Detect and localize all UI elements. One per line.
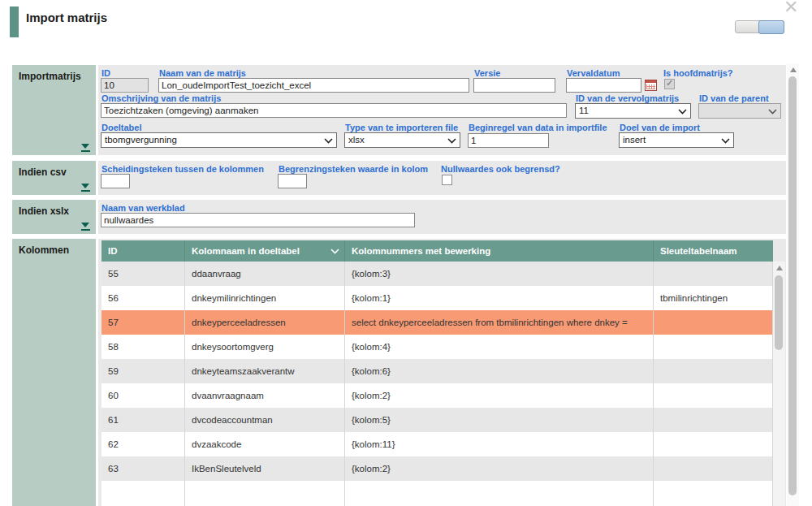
table-header: ID Kolomnaam in doeltabel Kolomnummers m… (102, 240, 773, 262)
kolommen-table-body: 55ddaanvraag{kolom:3}56dnkeymilinrichtin… (102, 262, 773, 506)
scrollbar-thumb[interactable] (788, 76, 797, 495)
table-cell: dnkeyperceeladressen (185, 310, 345, 335)
doel-select[interactable]: insert (619, 132, 734, 148)
vervolgmatrijs-select[interactable]: 11 (575, 103, 691, 119)
collapse-icon[interactable] (81, 184, 90, 192)
table-cell: {kolom:4} (345, 335, 654, 359)
page-title: Import matrijs (26, 11, 107, 24)
nullwaardes-label: Nullwaardes ook begrensd? (441, 164, 560, 174)
omschrijving-label: Omschrijving van de matrijs (102, 93, 221, 103)
werkblad-label: Naam van werkblad (102, 203, 185, 213)
omschrijving-field[interactable] (101, 103, 567, 118)
import-matrijs-window: Import matrijs ✕ Importmatrijs ID Naam v… (0, 0, 812, 506)
table-row[interactable]: 58dnkeysoortomgverg{kolom:4} (102, 335, 773, 359)
doeltabel-select[interactable]: tbomgvergunning (101, 132, 337, 148)
section-title-indien-csv: Indien csv (19, 167, 67, 178)
section-title-importmatrijs: Importmatrijs (19, 71, 81, 82)
select-value: tbomgvergunning (105, 135, 177, 145)
table-row[interactable]: 57dnkeyperceeladressenselect dnkeypercee… (102, 310, 773, 335)
scroll-up-icon[interactable] (776, 266, 783, 270)
table-cell (102, 481, 185, 506)
vervolgmatrijs-label: ID van de vervolgmatrijs (576, 93, 679, 103)
table-row[interactable]: 62dvzaakcode{kolom:11} (102, 432, 773, 456)
naam-field[interactable] (158, 78, 469, 93)
table-cell (654, 408, 773, 432)
calendar-icon[interactable] (645, 80, 657, 91)
table-cell: 55 (102, 262, 185, 286)
table-cell: 62 (102, 432, 185, 456)
naam-label: Naam van de matrijs (159, 68, 246, 78)
table-cell (185, 481, 345, 506)
col-header-sleuteltabelnaam[interactable]: Sleuteltabelnaam (654, 240, 773, 262)
collapse-icon[interactable] (81, 223, 90, 231)
toggle-switch[interactable] (735, 20, 784, 33)
table-cell: dnkeyteamszaakverantw (185, 359, 345, 383)
table-cell: 63 (102, 456, 185, 481)
table-cell: 61 (102, 408, 185, 432)
table-cell (654, 335, 773, 359)
id-label: ID (102, 68, 110, 78)
table-cell (654, 456, 773, 481)
vervaldatum-label: Vervaldatum (567, 68, 620, 78)
panel-scrollbar[interactable] (787, 63, 799, 506)
chevron-down-icon (324, 138, 333, 144)
filetype-select[interactable]: xlsx (344, 132, 460, 148)
col-header-kolomnaam[interactable]: Kolomnaam in doeltabel (185, 240, 345, 262)
table-cell (654, 359, 773, 383)
collapse-icon[interactable] (81, 144, 90, 152)
table-cell (654, 481, 773, 506)
scrollbar-thumb[interactable] (775, 275, 783, 350)
section-label-indien-xslx: Indien xslx (12, 200, 96, 234)
begrenzingsteken-field[interactable] (278, 174, 307, 188)
table-cell: 58 (102, 335, 185, 359)
col-header-label: Kolomnaam in doeltabel (192, 240, 300, 262)
parent-select (698, 103, 781, 119)
scheidingsteken-field[interactable] (101, 174, 130, 188)
table-row[interactable]: 61dvcodeaccountman{kolom:5} (102, 408, 773, 432)
title-accent-bar (10, 6, 19, 37)
col-header-id[interactable]: ID (102, 240, 185, 262)
table-cell: {kolom:5} (345, 408, 654, 432)
scroll-up-icon[interactable] (790, 67, 797, 72)
section-title-kolommen: Kolommen (19, 244, 69, 256)
doel-label: Doel van de import (620, 123, 700, 132)
select-value: 11 (579, 106, 589, 115)
table-cell (654, 262, 773, 286)
section-label-importmatrijs: Importmatrijs (12, 65, 96, 155)
beginregel-field[interactable] (468, 133, 549, 148)
parent-label: ID van de parent (699, 93, 769, 103)
table-cell: {kolom:1} (345, 286, 654, 310)
table-row[interactable]: 56dnkeymilinrichtingen{kolom:1}tbmilinri… (102, 286, 773, 310)
table-cell: dvcodeaccountman (185, 408, 345, 432)
werkblad-field[interactable] (101, 213, 415, 227)
is-hoofdmatrijs-label: Is hoofdmatrijs? (663, 68, 733, 78)
table-row[interactable]: 59dnkeyteamszaakverantw{kolom:6} (102, 359, 773, 383)
kolommen-table: ID Kolomnaam in doeltabel Kolomnummers m… (102, 240, 773, 506)
close-icon[interactable]: ✕ (784, 0, 798, 18)
versie-label: Versie (474, 68, 500, 78)
table-cell (654, 310, 773, 335)
vervaldatum-field[interactable] (566, 78, 641, 93)
table-cell: ddaanvraag (185, 262, 345, 286)
table-row[interactable] (102, 481, 773, 506)
table-cell (654, 383, 773, 408)
sort-chevron-icon[interactable] (330, 249, 339, 254)
table-cell: dnkeysoortomgverg (185, 335, 345, 359)
nullwaardes-checkbox[interactable] (442, 175, 452, 185)
table-row[interactable]: 55ddaanvraag{kolom:3} (102, 262, 773, 286)
chevron-down-icon (721, 138, 730, 144)
table-cell: dvzaakcode (185, 432, 345, 456)
versie-field[interactable] (473, 78, 555, 93)
table-scrollbar[interactable] (773, 262, 785, 506)
id-field (101, 78, 149, 93)
table-cell: 59 (102, 359, 185, 383)
table-cell: {kolom:6} (345, 359, 654, 383)
table-cell: 57 (102, 310, 185, 335)
col-header-kolomnummers[interactable]: Kolomnummers met bewerking (345, 240, 654, 262)
filetype-label: Type van te importeren file (345, 123, 458, 132)
table-row[interactable]: 63IkBenSleutelveld{kolom:2} (102, 456, 773, 481)
chevron-down-icon (768, 109, 777, 115)
chevron-down-icon (447, 138, 456, 144)
table-cell: IkBenSleutelveld (185, 456, 345, 481)
table-row[interactable]: 60dvaanvraagnaam{kolom:2} (102, 383, 773, 408)
